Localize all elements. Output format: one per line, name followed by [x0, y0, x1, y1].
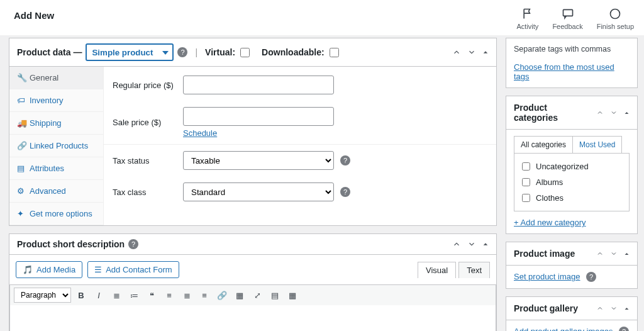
link-icon: 🔗: [17, 141, 26, 150]
bold-button[interactable]: B: [74, 288, 89, 303]
category-checkbox[interactable]: [522, 194, 530, 202]
speech-icon: [562, 8, 574, 20]
tab-get-more-options[interactable]: ✦Get more options: [9, 203, 103, 225]
caret-up-icon[interactable]: [624, 306, 630, 311]
downloadable-checkbox[interactable]: [330, 48, 339, 57]
category-checkbox[interactable]: [522, 178, 530, 186]
align-left-button[interactable]: ≡: [162, 288, 177, 303]
caret-up-icon[interactable]: [624, 110, 630, 116]
tax-class-label: Tax class: [113, 188, 183, 197]
category-item[interactable]: Uncategorized: [519, 159, 624, 174]
tab-shipping[interactable]: 🚚Shipping: [9, 112, 103, 135]
caret-up-icon[interactable]: [482, 241, 489, 247]
help-icon[interactable]: ?: [619, 327, 629, 331]
help-icon[interactable]: ?: [340, 187, 350, 197]
regular-price-input[interactable]: [183, 76, 334, 94]
product-type-select[interactable]: Simple product: [86, 43, 174, 61]
sparkle-icon: ✦: [17, 209, 26, 218]
number-list-button[interactable]: ≔: [126, 288, 142, 303]
truck-icon: 🚚: [17, 118, 26, 128]
align-right-button[interactable]: ≡: [197, 288, 212, 303]
page-title: Add New: [14, 10, 54, 21]
help-icon[interactable]: ?: [128, 239, 138, 249]
insert-button[interactable]: ▦: [232, 288, 247, 303]
feedback-button[interactable]: Feedback: [552, 8, 582, 30]
help-icon[interactable]: ?: [177, 47, 187, 57]
chevron-up-icon[interactable]: [452, 240, 461, 249]
svg-rect-0: [563, 9, 572, 16]
editor-area[interactable]: [10, 305, 496, 331]
schedule-link[interactable]: Schedule: [183, 128, 334, 138]
short-description-panel: Product short description ? 🎵Add Media ☰…: [9, 233, 497, 331]
toolbar-toggle-button[interactable]: ▤: [267, 288, 282, 303]
tag-icon: 🏷: [17, 96, 26, 105]
format-select[interactable]: Paragraph: [14, 288, 71, 303]
category-item[interactable]: Clothes: [519, 190, 624, 206]
product-image-title: Product image: [514, 249, 575, 259]
finish-setup-button[interactable]: Finish setup: [597, 8, 634, 30]
category-checkbox[interactable]: [522, 162, 530, 171]
set-product-image-link[interactable]: Set product image: [514, 272, 580, 281]
product-tags-panel: Separate tags with commas Choose from th…: [506, 38, 638, 88]
add-contact-form-button[interactable]: ☰Add Contact Form: [87, 261, 179, 278]
chevron-up-icon[interactable]: [452, 48, 461, 57]
quote-button[interactable]: ❝: [144, 288, 159, 303]
tax-status-label: Tax status: [113, 156, 183, 166]
virtual-checkbox[interactable]: [240, 48, 250, 57]
italic-button[interactable]: I: [91, 288, 106, 303]
circle-icon: [609, 8, 621, 20]
product-gallery-panel: Product gallery Add product gallery imag…: [506, 296, 638, 331]
tab-inventory[interactable]: 🏷Inventory: [9, 89, 103, 112]
visual-tab[interactable]: Visual: [418, 262, 456, 278]
cat-tab-all[interactable]: All categories: [514, 137, 573, 153]
sale-price-label: Sale price ($): [113, 118, 183, 127]
chevron-down-icon[interactable]: [467, 48, 476, 57]
caret-up-icon[interactable]: [482, 49, 489, 55]
regular-price-label: Regular price ($): [113, 81, 183, 90]
bullet-list-button[interactable]: ≣: [109, 288, 124, 303]
add-media-button[interactable]: 🎵Add Media: [16, 261, 82, 278]
tab-general[interactable]: 🔧General: [9, 67, 103, 89]
chevron-down-icon[interactable]: [610, 109, 618, 116]
align-center-button[interactable]: ≣: [179, 288, 194, 303]
tab-linked-products[interactable]: 🔗Linked Products: [9, 135, 103, 157]
activity-button[interactable]: Activity: [517, 8, 539, 30]
short-description-title: Product short description: [17, 239, 125, 249]
wrench-icon: 🔧: [17, 73, 26, 82]
link-button[interactable]: 🔗: [214, 288, 230, 303]
help-icon[interactable]: ?: [340, 155, 350, 166]
tax-status-select[interactable]: Taxable: [183, 151, 334, 170]
chevron-down-icon[interactable]: [467, 240, 476, 249]
add-new-category-link[interactable]: + Add new category: [514, 218, 586, 227]
product-categories-title: Product categories: [514, 103, 592, 123]
add-gallery-images-link[interactable]: Add product gallery images: [514, 327, 613, 331]
cat-tab-most-used[interactable]: Most Used: [573, 137, 621, 153]
product-gallery-title: Product gallery: [514, 303, 578, 313]
sale-price-input[interactable]: [183, 107, 334, 126]
help-icon[interactable]: ?: [586, 272, 596, 282]
media-icon: 🎵: [23, 265, 33, 274]
tab-advanced[interactable]: ⚙Advanced: [9, 180, 103, 203]
category-item[interactable]: Albums: [519, 174, 624, 190]
fullscreen-button[interactable]: ⤢: [250, 288, 265, 303]
chevron-up-icon[interactable]: [596, 250, 604, 257]
chevron-down-icon[interactable]: [610, 250, 618, 257]
caret-up-icon[interactable]: [624, 251, 630, 257]
svg-point-1: [611, 9, 620, 19]
virtual-label: Virtual:: [205, 47, 235, 57]
chevron-up-icon[interactable]: [596, 109, 604, 116]
product-categories-panel: Product categories All categories Most U…: [506, 96, 638, 234]
list-icon: ▤: [17, 164, 26, 173]
product-image-panel: Product image Set product image ?: [506, 242, 638, 289]
tab-attributes[interactable]: ▤Attributes: [9, 157, 103, 180]
gear-icon: ⚙: [17, 186, 26, 196]
flag-icon: [521, 8, 534, 20]
chevron-up-icon[interactable]: [596, 305, 604, 312]
table-button[interactable]: ▦: [285, 288, 300, 303]
product-data-panel: Product data — Simple product ? | Virtua…: [9, 38, 497, 226]
chevron-down-icon[interactable]: [610, 305, 618, 312]
choose-tags-link[interactable]: Choose from the most used tags: [514, 62, 614, 81]
tax-class-select[interactable]: Standard: [183, 182, 334, 201]
text-tab[interactable]: Text: [458, 262, 490, 278]
tags-hint: Separate tags with commas: [514, 45, 630, 53]
